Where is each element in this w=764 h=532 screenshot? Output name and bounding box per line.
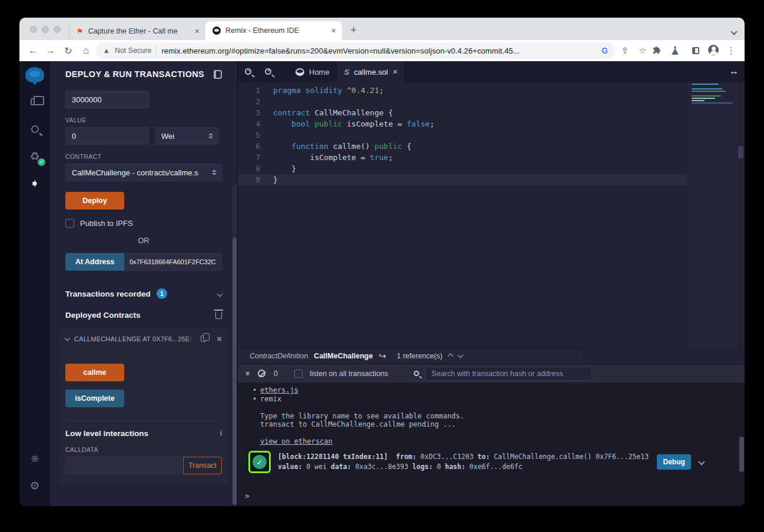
security-label: Not Secure xyxy=(115,46,152,55)
low-level-interactions-label: Low level interactions xyxy=(65,429,148,438)
plugin-manager-icon[interactable]: ⎈ xyxy=(26,450,44,467)
chevron-down-icon[interactable] xyxy=(217,291,223,297)
terminal-link[interactable]: view on etherscan xyxy=(260,437,333,445)
share-icon[interactable]: ⇧ xyxy=(617,45,633,56)
terminal-line: transact to CallMeChallenge.callme pendi… xyxy=(238,420,745,429)
expand-terminal-icon[interactable]: » xyxy=(244,370,253,378)
close-tab-icon[interactable]: × xyxy=(195,26,200,36)
at-address-input[interactable] xyxy=(124,253,222,271)
flag-favicon-icon: ⚑ xyxy=(77,27,84,36)
reading-list-icon[interactable] xyxy=(688,46,703,56)
code-line[interactable]: 5 xyxy=(238,129,745,141)
bookmark-star-icon[interactable]: ☆ xyxy=(635,45,650,56)
terminal-line[interactable]: view on etherscan xyxy=(238,437,745,446)
chevron-down-icon[interactable] xyxy=(65,335,71,341)
calldata-input[interactable] xyxy=(65,457,182,474)
back-icon[interactable]: ← xyxy=(25,45,41,56)
transaction-log-entry[interactable]: ✓ [block:12281140 txIndex:11] from: 0xDC… xyxy=(248,451,745,473)
code-line[interactable]: 6 function callme() public { xyxy=(238,141,745,152)
search-icon[interactable] xyxy=(26,120,44,138)
browser-tab-capture-the-ether[interactable]: ⚑ Capture the Ether - Call me × xyxy=(69,22,205,40)
listen-all-checkbox[interactable] xyxy=(294,370,303,378)
deployed-contracts-label: Deployed Contracts xyxy=(65,311,141,320)
file-explorer-icon[interactable] xyxy=(26,93,44,111)
tab-home[interactable]: Home xyxy=(288,61,337,82)
deploy-button[interactable]: Deploy xyxy=(65,192,124,210)
close-tab-icon[interactable]: × xyxy=(393,67,397,77)
deployed-contract-title[interactable]: CALLMECHALLENGE AT 0X7F6...25E: xyxy=(74,335,196,343)
settings-gear-icon[interactable]: ⚙ xyxy=(26,477,44,494)
panel-scrollbar[interactable] xyxy=(232,185,237,505)
transact-button[interactable]: Transact xyxy=(183,457,222,474)
solidity-compiler-icon[interactable]: ♻✓ xyxy=(26,147,44,165)
tab-callme-sol[interactable]: S callme.sol × xyxy=(337,61,406,82)
minimap[interactable] xyxy=(687,82,736,348)
close-icon[interactable]: × xyxy=(217,334,222,344)
reload-icon[interactable]: ↻ xyxy=(61,45,76,56)
publish-ipfs-checkbox[interactable] xyxy=(65,219,74,228)
terminal-search-input[interactable] xyxy=(425,367,592,381)
code-line[interactable]: 7 isComplete = true; xyxy=(238,152,745,163)
tab-list-chevron-icon[interactable] xyxy=(730,28,737,35)
code-line[interactable]: 4 bool public isComplete = false; xyxy=(238,118,745,129)
info-icon[interactable]: i xyxy=(220,429,222,438)
forward-icon[interactable]: → xyxy=(43,45,58,56)
maximize-window-button[interactable] xyxy=(54,26,61,33)
profile-avatar[interactable] xyxy=(706,45,721,57)
code-line[interactable]: 8 } xyxy=(238,163,745,174)
iscomplete-function-button[interactable]: isComplete xyxy=(65,390,124,407)
resize-horizontal-icon[interactable]: ↔ xyxy=(729,66,739,77)
chevron-down-icon[interactable] xyxy=(457,352,463,358)
divider xyxy=(156,46,157,55)
code-line[interactable]: 3contract CallMeChallenge { xyxy=(238,107,745,118)
remix-logo-icon[interactable] xyxy=(25,67,44,82)
new-tab-button[interactable]: + xyxy=(342,24,357,40)
listen-all-label: listen on all transactions xyxy=(310,370,388,378)
callme-function-button[interactable]: callme xyxy=(65,364,124,381)
terminal-line xyxy=(238,403,745,412)
terminal-line[interactable]: ethers.js xyxy=(238,386,745,395)
tab-title: Remix - Ethereum IDE xyxy=(225,26,327,35)
close-tab-icon[interactable]: × xyxy=(331,26,336,35)
debug-button[interactable]: Debug xyxy=(657,454,691,470)
terminal[interactable]: ethers.jsremix Type the library name to … xyxy=(238,383,745,506)
terminal-line: remix xyxy=(238,395,745,404)
address-bar[interactable]: ▲ Not Secure remix.ethereum.org/#optimiz… xyxy=(96,42,615,59)
expand-log-chevron-icon[interactable] xyxy=(699,458,704,466)
url-text[interactable]: remix.ethereum.org/#optimize=false&runs=… xyxy=(161,46,597,55)
extension-flask-icon[interactable] xyxy=(670,46,686,55)
terminal-prompt[interactable]: > xyxy=(245,491,250,500)
clear-console-icon[interactable] xyxy=(258,370,265,377)
references-label[interactable]: 1 reference(s) xyxy=(397,352,443,360)
value-unit-select[interactable]: Wei xyxy=(155,127,218,145)
deploy-run-icon[interactable]: ➧ xyxy=(26,174,44,192)
zoom-out-icon[interactable]: − xyxy=(238,66,258,77)
terminal-scrollbar[interactable] xyxy=(739,385,744,504)
documentation-book-icon[interactable] xyxy=(214,70,222,79)
code-line[interactable]: 2 xyxy=(238,96,745,107)
code-line[interactable]: 1pragma solidity ^0.4.21; xyxy=(238,85,745,96)
window-controls[interactable] xyxy=(19,26,69,40)
code-line[interactable]: 9} xyxy=(238,174,745,185)
zoom-in-icon[interactable]: + xyxy=(258,66,278,77)
gas-limit-input[interactable] xyxy=(65,91,149,108)
value-input[interactable] xyxy=(65,127,149,145)
terminal-link[interactable]: ethers.js xyxy=(260,386,298,394)
contract-select[interactable]: CallMeChallenge - contracts/callme.s xyxy=(65,164,222,181)
close-window-button[interactable] xyxy=(30,26,37,33)
home-icon[interactable]: ⌂ xyxy=(78,45,94,56)
not-secure-warning-icon: ▲ xyxy=(103,46,110,55)
editor-scrollbar[interactable] xyxy=(736,82,745,348)
at-address-button[interactable]: At Address xyxy=(65,253,124,271)
copy-icon[interactable] xyxy=(201,335,206,342)
code-editor[interactable]: 1pragma solidity ^0.4.21;23contract Call… xyxy=(238,82,745,348)
kebab-menu-icon[interactable]: ⋮ xyxy=(723,45,739,56)
chevron-up-icon[interactable] xyxy=(447,353,453,359)
minimize-window-button[interactable] xyxy=(42,26,49,33)
trash-icon[interactable] xyxy=(215,312,222,319)
goto-reference-icon[interactable]: ↪ xyxy=(378,351,386,361)
google-icon[interactable]: G xyxy=(602,46,608,55)
extension-puzzle-icon[interactable] xyxy=(653,46,668,55)
browser-tab-remix[interactable]: Remix - Ethereum IDE × xyxy=(205,21,342,40)
deploy-run-panel: DEPLOY & RUN TRANSACTIONS VALUE Wei CONT… xyxy=(50,61,237,506)
